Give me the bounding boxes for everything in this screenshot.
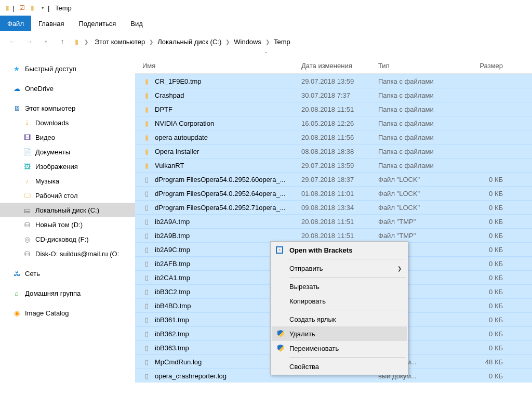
crumb-drive-c[interactable]: Локальный диск (C:)	[156, 36, 222, 48]
sidebar-item-label: Этот компьютер	[25, 104, 75, 112]
file-name: opera autoupdate	[155, 134, 208, 141]
chevron-right-icon[interactable]: ❯	[83, 39, 89, 45]
table-row[interactable]: ▮NVIDIA Corporation16.05.2018 12:26Папка…	[135, 116, 532, 130]
file-size: 0 КБ	[455, 316, 512, 324]
qat-dropdown-icon[interactable]: ▾	[37, 5, 48, 10]
file-name: ib2CA1.tmp	[155, 274, 190, 282]
file-date: 08.08.2018 18:38	[301, 148, 378, 155]
ribbon-expand-icon[interactable]: ⌃	[0, 52, 532, 58]
menu-share[interactable]: Поделиться	[71, 16, 123, 31]
sidebar-item[interactable]: ◎CD-дисковод (F:)	[0, 232, 135, 246]
ctx-copy[interactable]: Копировать	[272, 294, 407, 308]
file-name: dProgram FilesOpera54.0.2952.71opera_...	[155, 204, 286, 212]
file-size: 0 КБ	[455, 204, 512, 212]
ic-home-icon: ⌂	[12, 289, 21, 297]
file-name: CR_1F9E0.tmp	[155, 77, 202, 85]
menu-file[interactable]: Файл	[0, 16, 31, 31]
folder-icon: ▮	[142, 161, 151, 169]
table-row[interactable]: ▮Opera Installer08.08.2018 18:38Папка с …	[135, 144, 532, 158]
folder-icon[interactable]: ▮	[72, 37, 81, 46]
sidebar-item[interactable]: 🎞Видео	[0, 130, 135, 144]
menu-view[interactable]: Вид	[123, 16, 150, 31]
sidebar-item[interactable]: ⛁Новый том (D:)	[0, 217, 135, 232]
header-type[interactable]: Тип	[378, 62, 455, 70]
file-size: 0 КБ	[455, 260, 512, 268]
table-row[interactable]: ▯dProgram FilesOpera54.0.2952.71opera_..…	[135, 200, 532, 214]
header-name[interactable]: Имя	[135, 62, 301, 70]
sidebar-item[interactable]: ⛁Disk-O: suildus@mail.ru (O:	[0, 246, 135, 261]
folder-icon: ▮	[2, 4, 12, 11]
chevron-right-icon[interactable]: ❯	[264, 39, 271, 45]
file-icon: ▯	[142, 358, 151, 366]
table-row[interactable]: ▮DPTF20.08.2018 11:51Папка с файлами	[135, 102, 532, 116]
qat-folder-icon[interactable]: ▮	[27, 4, 37, 11]
sidebar-spacer	[0, 76, 135, 81]
table-row[interactable]: ▮CR_1F9E0.tmp29.07.2018 13:59Папка с фай…	[135, 74, 532, 88]
file-icon: ▯	[142, 189, 151, 198]
file-size: 0 КБ	[455, 218, 512, 226]
context-menu: ▫ Open with Brackets Отправить ❯ Вырезат…	[270, 241, 408, 375]
ctx-label: Удалить	[289, 330, 315, 338]
ctx-rename[interactable]: Переименовать	[272, 341, 407, 356]
file-size: 0 КБ	[455, 288, 512, 296]
ctx-shortcut[interactable]: Создать ярлык	[272, 312, 407, 326]
sidebar-item[interactable]: 📄Документы	[0, 144, 135, 159]
ctx-cut[interactable]: Вырезать	[272, 279, 407, 294]
file-date: 29.07.2018 18:37	[301, 176, 378, 183]
up-button[interactable]: ↑	[55, 34, 70, 49]
header-date[interactable]: Дата изменения	[301, 62, 378, 70]
sidebar-item[interactable]: 🖥Этот компьютер	[0, 101, 135, 115]
table-row[interactable]: ▮opera autoupdate20.08.2018 11:56Папка с…	[135, 130, 532, 144]
folder-icon: ▮	[142, 91, 151, 99]
file-type: Файл "LOCK"	[378, 204, 455, 212]
sidebar-item[interactable]: 🖧Сеть	[0, 266, 135, 281]
history-dropdown-icon[interactable]: ▾	[38, 34, 53, 49]
ic-music-icon: ♪	[23, 177, 31, 185]
chevron-right-icon[interactable]: ❯	[224, 39, 231, 45]
table-row[interactable]: ▯ib2A9B.tmp20.08.2018 11:51Файл "TMP"0 К…	[135, 228, 532, 242]
sidebar-item[interactable]: 🖼Изображения	[0, 159, 135, 174]
ctx-delete[interactable]: Удалить	[272, 326, 407, 341]
ctx-open-with-brackets[interactable]: ▫ Open with Brackets	[272, 243, 407, 257]
crumb-temp[interactable]: Temp	[273, 36, 291, 48]
ctx-properties[interactable]: Свойства	[272, 359, 407, 374]
table-row[interactable]: ▯ib2A9A.tmp20.08.2018 11:51Файл "TMP"0 К…	[135, 214, 532, 228]
file-icon: ▯	[142, 273, 151, 282]
file-date: 20.08.2018 11:51	[301, 218, 378, 226]
folder-icon: ▮	[142, 147, 151, 155]
ic-cat-icon: ◉	[12, 309, 21, 317]
sidebar-item-label: Новый том (D:)	[35, 221, 83, 229]
sidebar-item[interactable]: 🖵Рабочий стол	[0, 188, 135, 203]
crumb-windows[interactable]: Windows	[233, 36, 262, 48]
file-type: Папка с файлами	[378, 120, 455, 127]
table-row[interactable]: ▮Crashpad30.07.2018 7:37Папка с файлами	[135, 88, 532, 102]
sidebar-item[interactable]: ☁OneDrive	[0, 81, 135, 96]
sidebar-item[interactable]: ♪Музыка	[0, 174, 135, 188]
sidebar-item[interactable]: ⭳Downloads	[0, 115, 135, 130]
file-size: 0 КБ	[455, 190, 512, 198]
file-size: 0 КБ	[455, 344, 512, 352]
sidebar-item[interactable]: 🖴Локальный диск (C:)	[0, 203, 135, 217]
table-row[interactable]: ▮VulkanRT29.07.2018 13:59Папка с файлами	[135, 158, 532, 172]
ctx-send[interactable]: Отправить ❯	[272, 261, 407, 275]
file-type: Файл "TMP"	[378, 218, 455, 226]
file-date: 29.07.2018 13:59	[301, 77, 378, 85]
table-row[interactable]: ▯dProgram FilesOpera54.0.2952.64opera_..…	[135, 186, 532, 200]
menu-main[interactable]: Главная	[31, 16, 71, 31]
file-date: 20.08.2018 11:51	[301, 106, 378, 113]
file-icon: ▯	[142, 203, 151, 212]
crumb-this-pc[interactable]: Этот компьютер	[94, 36, 146, 48]
forward-button[interactable]: →	[22, 34, 36, 49]
sidebar-item[interactable]: ★Быстрый доступ	[0, 61, 135, 76]
chevron-right-icon[interactable]: ❯	[148, 39, 154, 45]
file-size: 0 КБ	[455, 302, 512, 310]
sidebar-spacer	[0, 261, 135, 266]
table-row[interactable]: ▯dProgram FilesOpera54.0.2952.60opera_..…	[135, 172, 532, 186]
sidebar-item[interactable]: ⌂Домашняя группа	[0, 286, 135, 300]
header-size[interactable]: Размер	[455, 62, 512, 70]
back-button[interactable]: ←	[5, 34, 20, 49]
ic-drive-icon: ⛁	[23, 249, 31, 258]
file-type: Папка с файлами	[378, 148, 455, 155]
sidebar-item[interactable]: ◉Image Catalog	[0, 306, 135, 320]
qat-checkbox-icon[interactable]: ☑	[17, 4, 27, 11]
